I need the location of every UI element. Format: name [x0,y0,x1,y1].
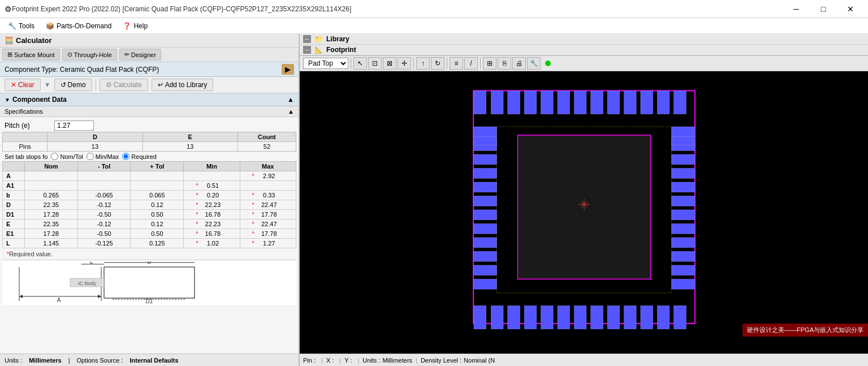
param-value-cell [77,191,131,200]
app-icon: ⚙ [5,5,12,14]
param-value-cell [25,219,78,229]
canvas-area[interactable]: 硬件设计之美——FPGA与嵌入式知识分享 [300,71,868,354]
d-pins-input[interactable] [78,143,112,150]
demo-button[interactable]: ↺ Demo [54,79,92,91]
param-input[interactable] [254,173,284,179]
param-input[interactable] [142,192,172,199]
comp-type-expand-button[interactable]: ▶ [282,64,294,75]
svg-rect-62 [671,169,694,179]
count-pins-value: 52 [237,142,296,152]
param-input[interactable] [254,221,284,227]
param-input[interactable] [36,173,66,179]
radio-nom-tol[interactable]: Nom/Tol [51,153,83,160]
param-input[interactable] [89,221,119,227]
param-input[interactable] [142,173,172,179]
param-input[interactable] [253,182,283,189]
param-input[interactable] [198,192,227,199]
param-input[interactable] [142,211,172,218]
specifications-header[interactable]: Specifications ▲ [0,106,299,117]
menu-help[interactable]: ❓ Help [117,20,153,32]
svg-rect-46 [474,305,486,329]
menu-tools[interactable]: 🔧 Tools [2,20,40,32]
minimize-button[interactable]: ─ [783,0,809,18]
param-input[interactable] [89,230,119,237]
param-input[interactable] [198,230,227,237]
layer-select[interactable]: Pad Top [303,58,348,69]
param-value-cell [25,171,78,181]
param-input[interactable] [36,240,66,247]
param-input[interactable] [198,201,227,208]
maximize-button[interactable]: □ [810,0,836,18]
move-button[interactable]: ✛ [398,57,411,70]
tab-surface-mount[interactable]: ⊞ Surface Mount [2,49,60,61]
param-input[interactable] [36,182,66,189]
print-button[interactable]: 🖨 [512,57,526,70]
radio-required[interactable]: Required [122,153,157,160]
plus-tol-header: + Tol [131,162,184,171]
param-input[interactable] [254,201,284,208]
param-input[interactable] [89,182,119,189]
param-input[interactable] [89,201,119,208]
param-input[interactable] [198,182,227,189]
library-collapse-button[interactable]: ─ [303,35,311,43]
param-input[interactable] [254,211,284,218]
cursor-tool-button[interactable]: ↖ [353,57,367,70]
param-input[interactable] [36,201,66,208]
param-input[interactable] [198,221,227,227]
param-value-cell [184,171,240,181]
svg-text:D1: D1 [146,298,153,304]
e-pins-input[interactable] [173,143,207,150]
param-value-cell [25,200,78,210]
param-value-cell: * [240,229,296,239]
param-input[interactable] [142,182,172,189]
param-input[interactable] [36,211,66,218]
param-input[interactable] [89,240,119,247]
toolbar-sep1 [351,58,351,69]
param-input[interactable] [142,201,172,208]
grid-button[interactable]: ⊞ [483,57,496,70]
settings-button[interactable]: 🔧 [527,57,541,70]
rubber-band-button[interactable]: ⊡ [368,57,382,70]
footprint-collapse-button[interactable]: ─ [303,46,311,54]
line-button[interactable]: / [464,57,478,70]
param-input[interactable] [89,173,119,179]
copy-button[interactable]: ⎘ [498,57,511,70]
param-value-cell: * [184,200,240,210]
layers-button[interactable]: ≡ [450,57,463,70]
move-up-button[interactable]: ↑ [416,57,430,70]
rotate-button[interactable]: ↻ [431,57,444,70]
svg-rect-42 [624,305,636,329]
param-input[interactable] [142,221,172,227]
param-input[interactable] [36,221,66,227]
clear-icon: ✕ [11,81,16,89]
table-row: D1** [3,210,296,219]
component-data-header[interactable]: ▼ Component Data ▲ [0,93,299,106]
add-to-library-button[interactable]: ↵ Add to Library [152,79,214,91]
param-input[interactable] [254,230,284,237]
tab-designer[interactable]: ✏ Designer [119,49,161,61]
radio-min-max[interactable]: Min/Max [87,153,119,160]
param-input[interactable] [89,192,119,199]
calculate-button[interactable]: ⚙ Calculate [100,79,148,91]
param-input[interactable] [142,230,172,237]
param-input[interactable] [254,240,284,247]
tab-through-hole[interactable]: ⊙ Through-Hole [62,49,117,61]
param-input[interactable] [142,240,172,247]
toolbar-separator [96,79,96,91]
svg-text:D: D [147,261,151,265]
close-button[interactable]: ✕ [837,0,863,18]
param-input[interactable] [254,192,284,199]
pitch-input[interactable] [54,120,94,131]
param-input[interactable] [36,230,66,237]
param-input[interactable] [198,211,227,218]
menu-parts-on-demand[interactable]: 📦 Parts-On-Demand [40,20,117,32]
param-value-cell [131,239,184,248]
param-value-cell [131,181,184,191]
clear-button[interactable]: ✕ Clear [5,79,41,91]
param-input[interactable] [197,173,226,179]
param-input[interactable] [198,240,227,247]
param-input[interactable] [89,211,119,218]
param-value-cell [25,239,78,248]
select-polygon-button[interactable]: ⊠ [383,57,396,70]
param-input[interactable] [36,192,66,199]
